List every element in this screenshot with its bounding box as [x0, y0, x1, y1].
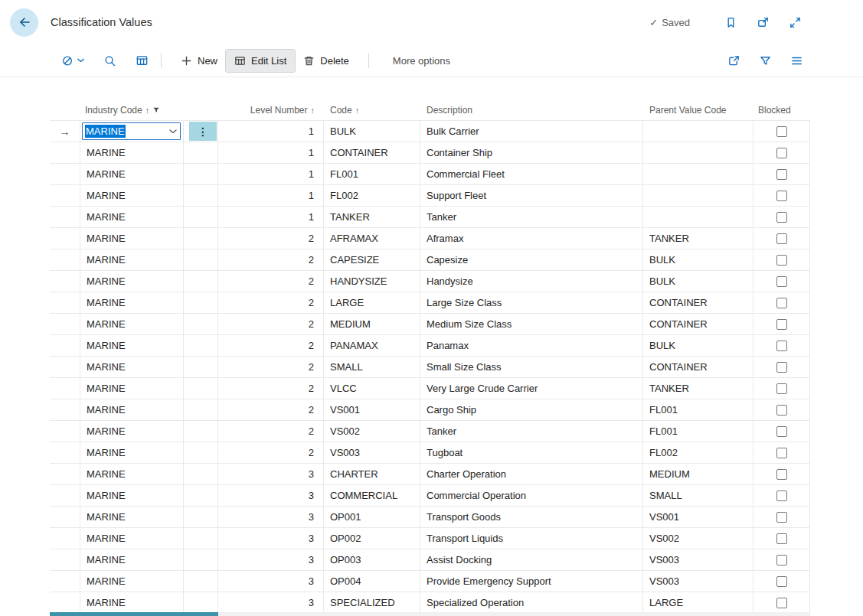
cell-code[interactable]: CHARTER	[324, 464, 420, 484]
cell-industry-code[interactable]: MARINE	[80, 549, 184, 570]
cell-level-number[interactable]: 2	[218, 378, 324, 399]
cell-industry-code[interactable]: MARINE	[80, 207, 184, 227]
table-row[interactable]: MARINE 2 SMALL Small Size Class CONTAINE…	[50, 357, 810, 378]
table-row[interactable]: MARINE 2 AFRAMAX Aframax TANKER	[50, 228, 810, 249]
cell-level-number[interactable]: 2	[218, 228, 324, 249]
table-row[interactable]: MARINE 3 CHARTER Charter Operation MEDIU…	[50, 464, 810, 485]
row-selector-cell[interactable]	[50, 507, 80, 527]
list-menu-button[interactable]	[789, 53, 805, 69]
row-selector-cell[interactable]	[50, 207, 80, 227]
cell-level-number[interactable]: 3	[218, 528, 324, 549]
cell-industry-code[interactable]: MARINE	[80, 592, 184, 613]
cell-level-number[interactable]: 3	[218, 549, 324, 570]
row-selector-cell[interactable]	[50, 292, 80, 313]
cell-code[interactable]: FL001	[324, 164, 420, 184]
cell-description[interactable]: Transport Goods	[420, 507, 643, 527]
cell-code[interactable]: OP004	[324, 571, 420, 592]
table-row[interactable]: MARINE 2 HANDYSIZE Handysize BULK	[50, 271, 810, 292]
cell-industry-code[interactable]: MARINE	[80, 378, 184, 399]
cell-parent-value-code[interactable]: VS001	[643, 507, 753, 527]
table-row[interactable]: MARINE 2 PANAMAX Panamax BULK	[50, 335, 810, 357]
blocked-checkbox[interactable]	[776, 512, 787, 523]
edit-list-button[interactable]: Edit List	[226, 50, 295, 72]
cell-parent-value-code[interactable]: TANKER	[643, 378, 753, 399]
cell-industry-code[interactable]: MARINE	[80, 485, 184, 506]
blocked-checkbox[interactable]	[776, 319, 787, 330]
cell-code[interactable]: COMMERCIAL	[324, 485, 420, 506]
cell-parent-value-code[interactable]	[643, 121, 753, 142]
bookmark-button[interactable]	[723, 15, 739, 31]
cell-parent-value-code[interactable]: FL001	[643, 399, 753, 420]
cell-parent-value-code[interactable]: CONTAINER	[643, 357, 753, 377]
row-selector-cell[interactable]	[50, 592, 80, 613]
column-header-description[interactable]: Description	[420, 99, 643, 120]
blocked-checkbox[interactable]	[776, 169, 787, 180]
cell-description[interactable]: Provide Emergency Support	[420, 571, 643, 592]
cell-parent-value-code[interactable]: VS003	[643, 549, 753, 570]
cell-description[interactable]: Commercial Fleet	[420, 164, 643, 184]
column-header-industry-code[interactable]: Industry Code ↑	[80, 99, 184, 120]
cell-description[interactable]: Tanker	[420, 421, 643, 442]
industry-code-input[interactable]: MARINE	[82, 122, 181, 140]
cell-blocked[interactable]	[753, 571, 810, 592]
cell-blocked[interactable]	[753, 378, 810, 399]
cell-code[interactable]: AFRAMAX	[324, 228, 420, 249]
cell-blocked[interactable]	[753, 528, 810, 549]
blocked-checkbox[interactable]	[776, 405, 787, 416]
search-button[interactable]	[102, 53, 118, 69]
cell-description[interactable]: Small Size Class	[420, 357, 643, 377]
cell-level-number[interactable]: 2	[218, 292, 324, 313]
table-row[interactable]: MARINE 2 VS002 Tanker FL001	[50, 421, 810, 442]
cell-description[interactable]: Handysize	[420, 271, 643, 292]
blocked-checkbox[interactable]	[776, 491, 787, 501]
cell-level-number[interactable]: 2	[218, 249, 324, 270]
cell-level-number[interactable]: 1	[218, 185, 324, 206]
cell-description[interactable]: Medium Size Class	[420, 314, 643, 334]
cell-description[interactable]: Tanker	[420, 207, 643, 227]
cell-level-number[interactable]: 3	[218, 507, 324, 527]
cell-code[interactable]: SPECIALIZED	[324, 592, 420, 613]
cell-code[interactable]: SMALL	[324, 357, 420, 377]
cell-code[interactable]: VS002	[324, 421, 420, 442]
scrollbar-thumb[interactable]	[50, 612, 218, 616]
cell-blocked[interactable]	[753, 164, 810, 184]
cell-description[interactable]: Cargo Ship	[420, 399, 643, 420]
delete-button[interactable]: Delete	[295, 50, 358, 72]
cell-level-number[interactable]: 2	[218, 271, 324, 292]
cell-description[interactable]: Support Fleet	[420, 185, 643, 206]
row-selector-cell[interactable]	[50, 142, 80, 163]
cell-blocked[interactable]	[753, 121, 810, 142]
cell-blocked[interactable]	[753, 271, 810, 292]
row-selector-cell[interactable]	[50, 357, 80, 377]
cell-code[interactable]: LARGE	[324, 292, 420, 313]
cell-industry-code[interactable]: MARINE	[80, 142, 184, 163]
cell-level-number[interactable]: 2	[218, 421, 324, 442]
cell-blocked[interactable]	[753, 185, 810, 206]
blocked-checkbox[interactable]	[776, 383, 787, 394]
cell-blocked[interactable]	[753, 421, 810, 442]
back-button[interactable]	[10, 8, 38, 37]
cell-description[interactable]: Capesize	[420, 249, 643, 270]
cell-industry-code[interactable]: MARINE	[80, 399, 184, 420]
cell-blocked[interactable]	[753, 399, 810, 420]
cell-industry-code[interactable]: MARINE	[80, 528, 184, 549]
cell-description[interactable]: Panamax	[420, 335, 643, 356]
cell-description[interactable]: Container Ship	[420, 142, 643, 163]
table-row[interactable]: MARINE 3 OP001 Transport Goods VS001	[50, 507, 810, 528]
blocked-checkbox[interactable]	[776, 576, 787, 587]
blocked-checkbox[interactable]	[776, 341, 787, 351]
row-selector-cell[interactable]	[50, 485, 80, 506]
cell-parent-value-code[interactable]	[643, 207, 753, 227]
column-header-blocked[interactable]: Blocked	[753, 99, 810, 120]
cell-parent-value-code[interactable]: VS002	[643, 528, 753, 549]
table-row[interactable]: MARINE 1 CONTAINER Container Ship	[50, 142, 810, 164]
blocked-checkbox[interactable]	[776, 448, 787, 458]
cell-blocked[interactable]	[753, 292, 810, 313]
cell-blocked[interactable]	[753, 228, 810, 249]
table-row[interactable]: MARINE 2 CAPESIZE Capesize BULK	[50, 249, 810, 271]
cell-description[interactable]: Aframax	[420, 228, 643, 249]
table-row[interactable]: MARINE 1 FL002 Support Fleet	[50, 185, 810, 207]
cell-blocked[interactable]	[753, 357, 810, 377]
cell-code[interactable]: CAPESIZE	[324, 249, 420, 270]
cell-blocked[interactable]	[753, 142, 810, 163]
